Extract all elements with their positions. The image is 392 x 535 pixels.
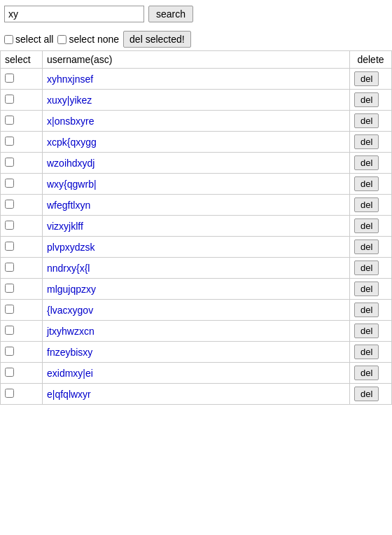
table-row: xuxy|yikezdel bbox=[1, 90, 392, 111]
row-checkbox[interactable] bbox=[5, 368, 14, 377]
del-button[interactable]: del bbox=[354, 197, 379, 212]
row-checkbox[interactable] bbox=[5, 95, 14, 104]
table-row: fnzeybisxydel bbox=[1, 342, 392, 363]
del-button[interactable]: del bbox=[354, 71, 379, 86]
table-row: {lvacxygovdel bbox=[1, 300, 392, 321]
col-header-username[interactable]: username(asc) bbox=[43, 51, 350, 69]
del-button[interactable]: del bbox=[354, 324, 379, 338]
del-button[interactable]: del bbox=[354, 366, 379, 380]
username-link[interactable]: {lvacxygov bbox=[47, 305, 93, 316]
table-row: wzoihdxydjdel bbox=[1, 153, 392, 174]
del-button[interactable]: del bbox=[354, 345, 379, 359]
row-checkbox[interactable] bbox=[5, 137, 14, 146]
del-button[interactable]: del bbox=[354, 134, 379, 149]
select-all-text: select all bbox=[15, 34, 53, 45]
table-row: exidmxy|eidel bbox=[1, 363, 392, 384]
del-button[interactable]: del bbox=[354, 303, 379, 317]
del-button[interactable]: del bbox=[354, 387, 379, 401]
table-row: vizxyjklffdel bbox=[1, 216, 392, 237]
table-row: plvpxydzskdel bbox=[1, 237, 392, 258]
row-checkbox[interactable] bbox=[5, 242, 14, 251]
del-button[interactable]: del bbox=[354, 92, 379, 107]
top-bar: xy search bbox=[0, 0, 392, 28]
del-button[interactable]: del bbox=[354, 282, 379, 296]
username-link[interactable]: mlgujqpzxy bbox=[47, 284, 96, 295]
users-table: select username(asc) delete xyhnxjnsefde… bbox=[0, 50, 392, 405]
row-checkbox[interactable] bbox=[5, 158, 14, 167]
table-row: nndrxy{x{ldel bbox=[1, 258, 392, 279]
table-row: mlgujqpzxydel bbox=[1, 279, 392, 300]
row-checkbox[interactable] bbox=[5, 263, 14, 272]
table-row: wxy{qgwrb|del bbox=[1, 174, 392, 195]
row-checkbox[interactable] bbox=[5, 389, 14, 398]
row-checkbox[interactable] bbox=[5, 221, 14, 230]
del-button[interactable]: del bbox=[354, 155, 379, 170]
username-link[interactable]: e|qfqlwxyr bbox=[47, 389, 91, 400]
select-none-label[interactable]: select none bbox=[57, 34, 119, 45]
row-checkbox[interactable] bbox=[5, 284, 14, 293]
username-link[interactable]: xuxy|yikez bbox=[47, 95, 92, 106]
table-header-row: select username(asc) delete bbox=[1, 51, 392, 69]
table-row: jtxyhwzxcndel bbox=[1, 321, 392, 342]
select-none-checkbox[interactable] bbox=[57, 35, 66, 44]
username-link[interactable]: nndrxy{x{l bbox=[47, 263, 90, 274]
table-row: wfegftlxyndel bbox=[1, 195, 392, 216]
del-button[interactable]: del bbox=[354, 260, 379, 275]
search-input[interactable]: xy bbox=[4, 6, 144, 22]
username-link[interactable]: wxy{qgwrb| bbox=[47, 179, 97, 190]
del-button[interactable]: del bbox=[354, 176, 379, 191]
row-checkbox[interactable] bbox=[5, 200, 14, 209]
select-none-text: select none bbox=[69, 34, 119, 45]
row-checkbox[interactable] bbox=[5, 326, 14, 335]
del-button[interactable]: del bbox=[354, 113, 379, 128]
table-row: xyhnxjnsefdel bbox=[1, 69, 392, 90]
username-link[interactable]: fnzeybisxy bbox=[47, 347, 92, 358]
username-link[interactable]: wzoihdxydj bbox=[47, 158, 94, 169]
row-checkbox[interactable] bbox=[5, 179, 14, 188]
select-all-checkbox[interactable] bbox=[4, 35, 13, 44]
col-header-delete: delete bbox=[350, 51, 392, 69]
table-row: e|qfqlwxyrdel bbox=[1, 384, 392, 405]
row-checkbox[interactable] bbox=[5, 74, 14, 83]
row-checkbox[interactable] bbox=[5, 347, 14, 356]
row-checkbox[interactable] bbox=[5, 116, 14, 125]
username-link[interactable]: wfegftlxyn bbox=[47, 200, 90, 211]
del-button[interactable]: del bbox=[354, 218, 379, 233]
username-link[interactable]: exidmxy|ei bbox=[47, 368, 93, 379]
username-link[interactable]: vizxyjklff bbox=[47, 221, 83, 232]
username-link[interactable]: xcpk{qxygg bbox=[47, 137, 97, 148]
select-all-label[interactable]: select all bbox=[4, 34, 53, 45]
username-link[interactable]: xyhnxjnsef bbox=[47, 74, 93, 85]
search-button[interactable]: search bbox=[148, 6, 193, 22]
controls-bar: select all select none del selected! bbox=[0, 28, 392, 50]
table-row: xcpk{qxyggdel bbox=[1, 132, 392, 153]
row-checkbox[interactable] bbox=[5, 305, 14, 314]
table-row: x|onsbxyredel bbox=[1, 111, 392, 132]
del-button[interactable]: del bbox=[354, 239, 379, 254]
col-header-select: select bbox=[1, 51, 43, 69]
username-link[interactable]: plvpxydzsk bbox=[47, 242, 94, 253]
username-link[interactable]: x|onsbxyre bbox=[47, 116, 94, 127]
username-link[interactable]: jtxyhwzxcn bbox=[47, 326, 94, 337]
del-selected-button[interactable]: del selected! bbox=[123, 31, 191, 48]
